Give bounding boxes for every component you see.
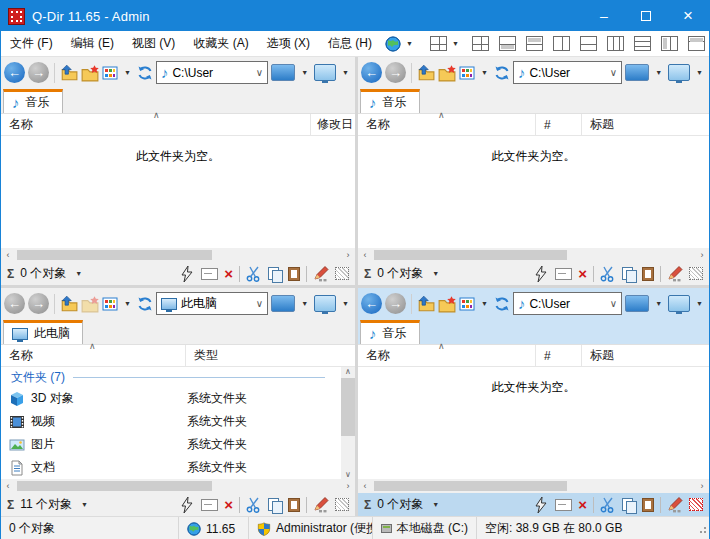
column-type[interactable]: 类型 [186,345,355,366]
menu-edit[interactable]: 编辑 (E) [62,31,123,56]
copy-button[interactable] [268,498,282,512]
new-folder-button[interactable] [81,64,99,82]
color-scheme-button[interactable] [625,295,649,312]
chevron-down-icon[interactable]: ▼ [432,270,439,277]
paste-button[interactable] [642,498,654,512]
selection-button[interactable] [335,498,349,511]
view-mode-button[interactable] [102,296,118,312]
scroll-left-icon[interactable]: ‹ [1,250,15,260]
pane1-file-list[interactable]: 此文件夹为空。 [358,136,709,248]
scroll-left-icon[interactable]: ‹ [358,481,372,491]
copy-button[interactable] [622,267,636,281]
language-dropdown[interactable]: ▼ [385,36,416,52]
layout-two-vertical-button[interactable] [553,36,570,51]
color-scheme-button[interactable] [271,64,295,81]
desktop-button[interactable] [668,64,690,81]
folder-up-button[interactable] [417,64,435,82]
layout-left-column-button[interactable] [661,36,678,51]
chevron-down-icon[interactable]: ▼ [655,69,662,76]
minimize-button[interactable]: – [583,1,625,31]
desktop-button[interactable] [668,295,690,312]
chevron-down-icon[interactable]: ▼ [696,69,703,76]
close-button[interactable]: × [667,1,709,31]
paste-button[interactable] [288,498,300,512]
tab-music[interactable]: ♪ 音乐 [360,320,420,344]
rename-button[interactable] [555,268,572,280]
pane2-vscrollbar[interactable]: ∧ ∨ [341,367,355,479]
scroll-left-icon[interactable]: ‹ [358,250,372,260]
view-mode-button[interactable] [102,65,118,81]
status-version[interactable]: 11.65 [179,517,249,539]
edit-button[interactable] [667,266,683,282]
folder-up-button[interactable] [417,295,435,313]
edit-button[interactable] [667,497,683,513]
address-combobox[interactable]: ♪ C:\User ∨ [513,292,622,315]
list-item-3d-objects[interactable]: 3D 对象 系统文件夹 [1,387,341,410]
pane1-hscrollbar[interactable]: ‹ › [358,248,709,262]
column-number[interactable]: # [536,114,582,135]
quick-action-icon[interactable] [179,266,195,282]
layout-three-bottom-button[interactable] [499,36,516,51]
scroll-right-icon[interactable]: › [341,250,355,260]
menu-info[interactable]: 信息 (H) [319,31,381,56]
layout-two-rows-button[interactable] [688,36,705,51]
forward-button[interactable]: → [28,62,49,83]
view-mode-button[interactable] [459,296,475,312]
refresh-button[interactable] [137,65,153,81]
chevron-down-icon[interactable]: ▼ [342,300,349,307]
resize-grip[interactable] [697,524,707,534]
chevron-down-icon[interactable]: ▼ [75,270,82,277]
refresh-button[interactable] [494,296,510,312]
layout-three-top-button[interactable] [526,36,543,51]
column-name[interactable]: 名称 [358,345,536,366]
back-button[interactable]: ← [361,62,382,83]
layout-three-columns-button[interactable] [607,36,624,51]
scroll-thumb[interactable] [17,250,212,260]
chevron-down-icon[interactable]: ▼ [81,501,88,508]
scroll-right-icon[interactable]: › [695,250,709,260]
chevron-down-icon[interactable]: ▼ [124,300,131,307]
cut-button[interactable] [600,497,616,513]
tab-music[interactable]: ♪ 音乐 [3,89,63,113]
layout-three-rows-button[interactable] [634,36,651,51]
chevron-down-icon[interactable]: ▼ [655,300,662,307]
scroll-thumb[interactable] [341,378,355,436]
chevron-down-icon[interactable]: ▼ [301,300,308,307]
scroll-up-icon[interactable]: ∧ [345,367,351,376]
chevron-down-icon[interactable]: ▼ [432,501,439,508]
quick-action-icon[interactable] [533,266,549,282]
chevron-down-icon[interactable]: ▼ [481,69,488,76]
rename-button[interactable] [555,499,572,511]
column-title[interactable]: 标题 [582,345,709,366]
delete-button[interactable]: × [224,497,233,512]
chevron-down-icon[interactable]: ▼ [342,69,349,76]
group-header-folders[interactable]: 文件夹 (7) [1,367,341,387]
selection-button[interactable] [335,267,349,280]
back-button[interactable]: ← [4,62,25,83]
quick-action-icon[interactable] [179,497,195,513]
forward-button[interactable]: → [385,62,406,83]
rename-button[interactable] [201,268,218,280]
forward-button[interactable]: → [385,293,406,314]
chevron-down-icon[interactable]: ▼ [696,300,703,307]
chevron-down-icon[interactable]: ▼ [124,69,131,76]
scroll-thumb[interactable] [17,481,212,491]
rename-button[interactable] [201,499,218,511]
address-combobox[interactable]: ♪ C:\User ∨ [156,61,268,84]
list-item-videos[interactable]: 视频 系统文件夹 [1,410,341,433]
desktop-button[interactable] [314,64,336,81]
copy-button[interactable] [268,267,282,281]
address-combobox[interactable]: ♪ C:\User ∨ [513,61,622,84]
color-scheme-button[interactable] [271,295,295,312]
cut-button[interactable] [246,497,262,513]
column-number[interactable]: # [536,345,582,366]
column-modified[interactable]: 修改日 [311,114,355,135]
folder-up-button[interactable] [60,295,78,313]
tab-music[interactable]: ♪ 音乐 [360,89,420,113]
selection-button[interactable] [689,267,703,280]
back-button[interactable]: ← [361,293,382,314]
layout-dropdown[interactable]: ▼ [420,36,462,51]
scroll-thumb[interactable] [374,250,567,260]
address-combobox[interactable]: 此电脑 ∨ [156,292,268,315]
copy-button[interactable] [622,498,636,512]
